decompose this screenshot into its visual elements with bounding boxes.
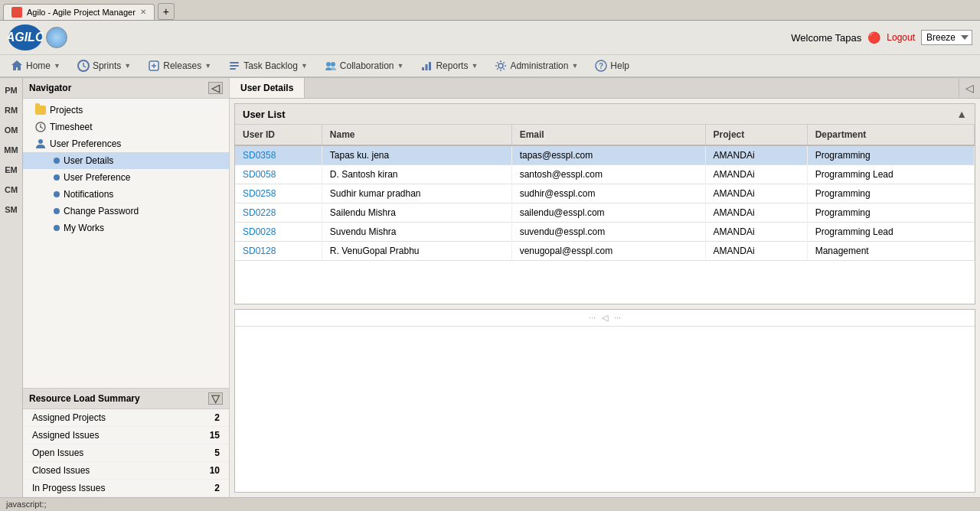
- col-header-user-id: User ID: [235, 125, 322, 145]
- resource-label-inprogress-issues: In Progess Issues: [32, 483, 105, 493]
- tree-item-my-works[interactable]: My Works: [23, 220, 229, 236]
- bottom-panel-dots: ···: [589, 313, 596, 323]
- releases-icon: [148, 60, 160, 72]
- navigator-collapse-btn[interactable]: ◁: [208, 82, 223, 94]
- cell-name: R. VenuGopal Prabhu: [322, 242, 511, 261]
- tree-item-user-details[interactable]: User Details: [23, 152, 229, 169]
- cell-user-id[interactable]: SD0228: [235, 203, 322, 223]
- browser-tab[interactable]: Agilo - Agile Project Manager ✕: [3, 4, 155, 20]
- side-tab-sm[interactable]: SM: [2, 201, 21, 218]
- cell-department: Programming: [807, 145, 974, 165]
- cell-department: Programming Lead: [807, 165, 974, 184]
- bullet-icon: [54, 208, 60, 214]
- cell-email: suvendu@esspl.com: [511, 223, 705, 242]
- table-row[interactable]: SD0058D. Santosh kiransantosh@esspl.comA…: [235, 165, 975, 184]
- tree-label-change-password: Change Password: [64, 206, 139, 216]
- svg-text:?: ?: [599, 62, 603, 70]
- navigator-header: Navigator ◁: [23, 78, 229, 99]
- nav-label-releases: Releases: [163, 60, 201, 71]
- tab-bar: Agilo - Agile Project Manager ✕ +: [0, 0, 980, 20]
- tab-title: Agilo - Agile Project Manager: [27, 8, 136, 17]
- nav-item-sprints[interactable]: Sprints ▼: [70, 55, 139, 76]
- cell-user-id[interactable]: SD0128: [235, 242, 322, 261]
- logo-svg: AGILO: [8, 24, 43, 51]
- nav-item-administration[interactable]: Administration ▼: [487, 55, 586, 76]
- nav-item-releases[interactable]: Releases ▼: [140, 55, 219, 76]
- tree-label-my-works: My Works: [64, 223, 104, 233]
- navigator-tree: Projects Timesheet: [23, 99, 229, 388]
- user-list-table-container: User List ▲ User ID Name Email Project D…: [234, 103, 975, 304]
- nav-item-help[interactable]: ? Help: [587, 55, 637, 76]
- bottom-detail-panel: ··· ◁ ···: [234, 309, 975, 493]
- nav-item-taskbacklog[interactable]: Task Backlog ▼: [220, 55, 315, 76]
- tree-item-projects[interactable]: Projects: [23, 102, 229, 119]
- resource-row-inprogress-issues: In Progess Issues 2: [23, 480, 229, 497]
- logout-button[interactable]: Logout: [887, 32, 915, 43]
- tree-item-change-password[interactable]: Change Password: [23, 203, 229, 220]
- table-row[interactable]: SD0028Suvendu Mishrasuvendu@esspl.comAMA…: [235, 223, 975, 242]
- svg-rect-9: [422, 67, 424, 70]
- tree-item-notifications[interactable]: Notifications: [23, 186, 229, 203]
- cell-project: AMANDAi: [705, 223, 807, 242]
- cell-department: Programming Lead: [807, 223, 974, 242]
- reports-icon: [420, 60, 433, 72]
- navigator-panel: Navigator ◁ Projects Timesheet: [23, 78, 230, 497]
- content-tab-label: User Details: [240, 83, 293, 93]
- table-row[interactable]: SD0358Tapas ku. jenatapas@esspl.comAMAND…: [235, 145, 975, 165]
- nav-item-collaboration[interactable]: Collaboration ▼: [317, 55, 412, 76]
- status-text: javascript:;: [6, 500, 47, 509]
- main-area: PM RM OM MM EM CM SM Navigator ◁ Project…: [0, 78, 980, 497]
- tree-label-projects: Projects: [50, 105, 83, 116]
- svg-rect-4: [230, 62, 239, 63]
- cell-user-id[interactable]: SD0358: [235, 145, 322, 165]
- svg-point-12: [498, 63, 503, 68]
- resource-label-open-issues: Open Issues: [32, 448, 83, 458]
- side-tab-em[interactable]: EM: [2, 161, 21, 178]
- top-bar: AGILO Welcome Tapas 🔴 Logout Breeze Defa…: [0, 21, 980, 55]
- bullet-icon: [54, 191, 60, 197]
- resource-value-inprogress-issues: 2: [214, 483, 220, 493]
- table-row[interactable]: SD0258Sudhir kumar pradhansudhir@esspl.c…: [235, 184, 975, 203]
- tree-label-timesheet: Timesheet: [50, 122, 93, 132]
- resource-summary-collapse-btn[interactable]: ▽: [208, 392, 223, 405]
- tree-item-timesheet[interactable]: Timesheet: [23, 119, 229, 135]
- cell-user-id[interactable]: SD0258: [235, 184, 322, 203]
- new-tab-button[interactable]: +: [158, 3, 175, 20]
- nav-label-help: Help: [610, 60, 629, 71]
- tree-item-user-preferences[interactable]: User Preferences: [23, 135, 229, 152]
- side-tab-mm[interactable]: MM: [2, 142, 21, 158]
- browser-chrome: Agilo - Agile Project Manager ✕ +: [0, 0, 980, 21]
- cell-user-id[interactable]: SD0058: [235, 165, 322, 184]
- side-tab-pm[interactable]: PM: [2, 82, 21, 99]
- welcome-area: Welcome Tapas 🔴 Logout Breeze Default Da…: [791, 30, 972, 45]
- tree-item-user-preference[interactable]: User Preference: [23, 169, 229, 186]
- theme-selector[interactable]: Breeze Default Dark: [921, 30, 972, 45]
- side-tabs-panel: PM RM OM MM EM CM SM: [0, 78, 23, 497]
- person-icon: [35, 138, 46, 149]
- resource-label-closed-issues: Closed Issues: [32, 465, 90, 476]
- taskbacklog-icon: [228, 60, 240, 72]
- resource-load-summary: Resource Load Summary ▽ Assigned Project…: [23, 388, 229, 497]
- clock-icon: [35, 122, 46, 132]
- side-tab-cm[interactable]: CM: [2, 181, 21, 198]
- nav-item-home[interactable]: Home ▼: [3, 55, 68, 76]
- table-header-title: User List: [243, 109, 286, 120]
- tab-close-btn[interactable]: ✕: [140, 8, 146, 16]
- side-tab-om[interactable]: OM: [2, 122, 21, 138]
- cell-user-id[interactable]: SD0028: [235, 223, 322, 242]
- cell-name: Sudhir kumar pradhan: [322, 184, 511, 203]
- tree-label-user-details: User Details: [64, 155, 113, 166]
- content-area: User Details ◁ User List ▲ User ID Name …: [230, 78, 980, 497]
- side-tab-rm[interactable]: RM: [2, 102, 21, 119]
- nav-item-reports[interactable]: Reports ▼: [413, 55, 485, 76]
- cell-name: Tapas ku. jena: [322, 145, 511, 165]
- table-row[interactable]: SD0228Sailendu Mishrasailendu@esspl.comA…: [235, 203, 975, 223]
- content-tab-user-details[interactable]: User Details: [230, 78, 305, 98]
- cell-name: Suvendu Mishra: [322, 223, 511, 242]
- table-row[interactable]: SD0128R. VenuGopal Prabhuvenugopal@esspl…: [235, 242, 975, 261]
- content-collapse-btn[interactable]: ◁: [959, 79, 980, 97]
- table-collapse-btn[interactable]: ▲: [956, 108, 967, 120]
- tab-favicon: [11, 7, 22, 18]
- nav-label-home: Home: [26, 60, 51, 71]
- nav-bar: Home ▼ Sprints ▼ Releases ▼: [0, 55, 980, 78]
